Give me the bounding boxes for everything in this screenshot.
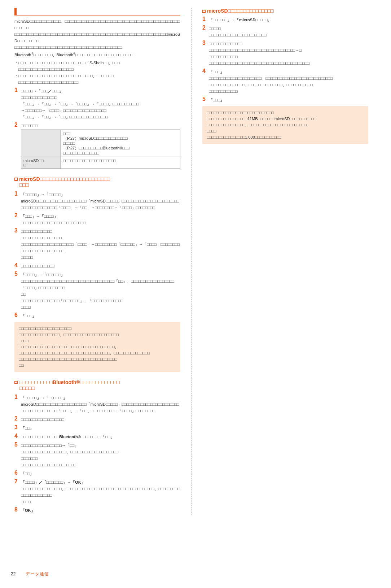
step-b2: 2 「□□□」→「□□□□」 □□□□□□□□□□□□□□□□□□□□□□□□□… (14, 212, 180, 226)
step-number: 1 (14, 191, 21, 197)
page-ref: P.27 (67, 146, 75, 150)
step-r4: 4 「□□□」 □□□□□□□□□□□□□□□□□□□□□□、□□□□□□□□□… (202, 68, 368, 95)
text: microSD (14, 19, 30, 23)
step-number: 8 (14, 506, 21, 513)
text: microSD (91, 199, 106, 203)
section-b-header: microSD□□□□□□□□□□□□□□□□□□□□□□□ □□□ (14, 176, 180, 188)
step-b4: 4 □□□□□□□□□□□□□□ (14, 262, 180, 269)
text: microSD (79, 136, 94, 140)
step-b6: 6 「□□□」 (14, 312, 180, 319)
step-c5: 5 □□□□□□□□□□□□□□□□□→「□□」 □□□□□□□□□□□□□□□… (14, 441, 180, 468)
section-c-header: □□□□□□□□□□□Bluetooth®□□□□□□□□□□□□□ □□□□□ (14, 379, 180, 392)
text: microSD (91, 402, 106, 406)
intro-text: microSD□□□□□□□□□□□□□、□□□□□□□□□□□□□□□□□□□… (14, 18, 180, 58)
step-c1: 1 「□□□□□」→「□□□□□□」 microSD□□□□□□□□□□□□□□… (14, 394, 180, 414)
ok-label: OK (25, 508, 31, 513)
header-title-placeholder (19, 8, 62, 15)
text: microSD (239, 18, 255, 22)
step-r2: 2 □□□□□ □□□□□□□□□□□□□□□□□□□□□□□□ (202, 25, 368, 38)
section-title: Bluetooth® (53, 379, 80, 385)
intro-bullets: ・□□□□□□□□□□□□□□□□□□□□□□□□□□□□「S-Shoin□□」… (14, 60, 180, 86)
step-b5: 5 「□□□□」→「□□□□□□」 □□□□□□□□□□□□□□□□□□□□□□… (14, 271, 180, 310)
step-number: 4 (14, 433, 21, 439)
step-b3: 3 □□□□□□□□□□□□□ □□□□□□□□□□□□□□□□□ □□□□□□… (14, 227, 180, 261)
step-c8: 8 「OK」 (14, 506, 180, 514)
section-title: microSD (19, 176, 40, 182)
text: microSD (274, 117, 290, 121)
text: 11MB (247, 117, 258, 121)
step-1: 1 □□□□□→「□□□／□□□」 □□□□□□□□□□□□□□□ 「□□□」→… (14, 87, 180, 120)
step-c2: 2 □□□□□□□□□□□□□□□□□□ (14, 415, 180, 423)
options-table: □□□ （P.27）microSD□□□□□□□□□□□□□□ □□□□□ （P… (21, 130, 180, 169)
step-number: 5 (202, 96, 209, 103)
header-orange-bar-icon (14, 8, 17, 15)
step-number: 2 (14, 122, 21, 128)
step-number: 5 (14, 441, 21, 448)
text: Bluetooth® (103, 146, 123, 150)
step-number: 3 (14, 227, 21, 234)
right-column: microSD□□□□□□□□□□□□□□□ 1 「□□□□□□」→「micro… (202, 8, 368, 515)
page-ref: P.27 (67, 136, 75, 140)
step-b1: 1 「□□□□□」→「□□□□□」 microSD□□□□□□□□□□□□□□□… (14, 191, 180, 211)
footer-label: データ通信 (26, 571, 49, 576)
step-number: 2 (14, 212, 21, 219)
left-column: microSD□□□□□□□□□□□□□、□□□□□□□□□□□□□□□□□□□… (14, 8, 180, 515)
step-r5: 5 「□□□」 (202, 96, 368, 103)
step-number: 1 (202, 16, 209, 22)
text: microSD (23, 158, 39, 163)
text: microSD (14, 32, 180, 43)
note-box-2: □□□□□□□□□□□□□□□□□□□□□□□□□□□□ □□□□□□□□□□□… (202, 106, 368, 144)
step-number: 5 (14, 271, 21, 277)
step-c6: 6 「□□」 (14, 470, 180, 477)
page-footer: 22 データ通信 (11, 571, 49, 577)
step-number: 4 (14, 262, 21, 269)
step-number: 1 (14, 87, 21, 93)
step-2: 2 □□□□□□□ □□□ （P.27）microSD□□□□□□□□□□□□□… (14, 122, 180, 169)
table-header-cell: microSD□□□ (21, 157, 61, 169)
step-number: 6 (14, 312, 21, 318)
step-number: 7 (14, 478, 21, 485)
step-number: 2 (14, 415, 21, 422)
text: 1,000 (245, 135, 255, 139)
page-number: 22 (11, 571, 16, 576)
orange-square-icon (14, 178, 18, 181)
ok-label: OK (75, 480, 81, 484)
text: microSD (21, 199, 36, 203)
step-number: 1 (14, 394, 21, 400)
column-divider (191, 8, 192, 515)
table-header-cell (21, 130, 61, 157)
step-number: 4 (202, 68, 209, 74)
step-c7: 7 「□□□□」／「□□□□□□□」→「OK」 □□□□□□□□□□□□□□□□… (14, 478, 180, 505)
orange-square-icon (14, 381, 18, 384)
step-r3: 3 □□□□□□□□□□□□□□ □□□□□□□□□□□□□□□□□□□□□□□… (202, 40, 368, 66)
main-header (14, 8, 180, 16)
step-c3: 3 「□□」 (14, 424, 180, 431)
step-number: 2 (202, 25, 209, 31)
section-title: microSD (207, 8, 228, 14)
step-number: 6 (14, 470, 21, 476)
text: Bluetooth® (59, 435, 80, 439)
table-cell: □□□□□□□□□□□□□□□□□□□□□□ (61, 157, 180, 169)
step-number: 3 (14, 424, 21, 431)
step-number: 3 (202, 40, 209, 46)
step-c4: 4 □□□□□□□□□□□□□□□□Bluetooth®□□□□□□□→「□□」 (14, 433, 180, 440)
step-r1: 1 「□□□□□□」→「microSD□□□□□」 (202, 16, 368, 23)
note-box-1: □□□□□□□□□□□□□□□□□□□□□□ □□□□□□□□□□□□□□□□□… (14, 322, 180, 372)
orange-square-icon (202, 10, 206, 13)
text: microSD (21, 402, 36, 406)
section-r-header: microSD□□□□□□□□□□□□□□□ (202, 8, 368, 14)
table-cell: □□□ （P.27）microSD□□□□□□□□□□□□□□ □□□□□ （P… (61, 130, 180, 157)
page-columns: microSD□□□□□□□□□□□□□、□□□□□□□□□□□□□□□□□□□… (0, 0, 391, 537)
